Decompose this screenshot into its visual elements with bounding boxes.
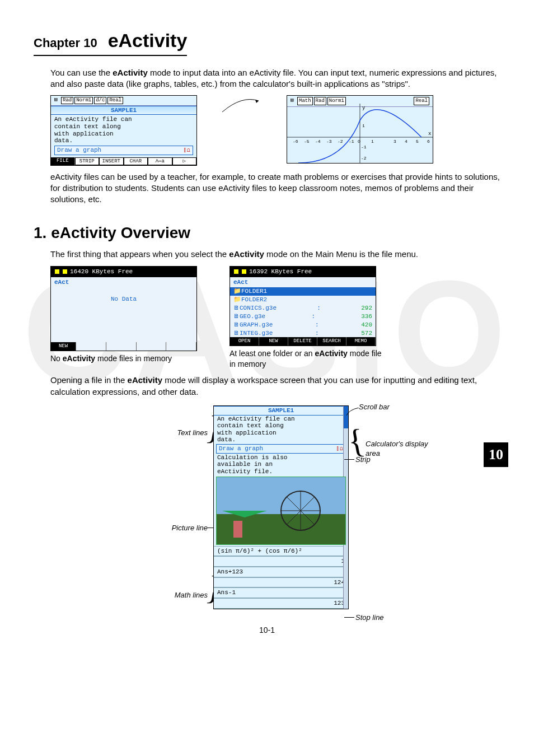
list-item: 📁FOLDER2: [230, 296, 376, 304]
math-line: 1: [214, 556, 348, 567]
paragraph-3: Opening a file in the eActivity mode wil…: [50, 375, 500, 398]
label-display-area: } Calculator's display area: [366, 439, 438, 459]
paragraph-2: eActivity files can be used by a teacher…: [50, 171, 500, 206]
strip-row: Draw a graph ⫿⩍: [216, 444, 346, 454]
list-item: 🗎CONICS.g3e:292: [230, 304, 376, 312]
label-math-lines: Math lines }: [175, 590, 208, 600]
arrow-icon: [219, 95, 264, 118]
svg-text:5: 5: [416, 139, 419, 144]
calc-title: SAMPLE1: [51, 106, 196, 115]
svg-text:6: 6: [427, 139, 430, 144]
math-line: 124: [214, 577, 348, 588]
svg-text:-2: -2: [361, 156, 367, 161]
svg-text:-6: -6: [293, 139, 298, 144]
section1-intro: The first thing that appears when you se…: [50, 249, 500, 260]
svg-text:-2: -2: [338, 139, 343, 144]
math-line: Ans+123: [214, 567, 348, 577]
file-menu-list: 16392 KBytes Free eAct 📁FOLDER1 📁FOLDER2…: [229, 266, 376, 346]
eactivity-sample-screen: ▤ Rad Norm1 d/c Real SAMPLE1 An eActivit…: [50, 95, 197, 166]
chapter-badge: 10: [484, 442, 508, 467]
svg-text:1: 1: [371, 139, 374, 144]
calc-softmenu: FILE STRIP INSERT CHAR A⇔a ▷: [51, 157, 196, 165]
list-item: 🗎GRAPH.g3e:420: [230, 321, 376, 329]
svg-marker-25: [222, 511, 267, 517]
no-data-text: No Data: [111, 296, 137, 302]
folder-icon: [54, 269, 60, 274]
file-icon: [62, 269, 68, 274]
picture-area: [216, 477, 346, 545]
svg-text:-1: -1: [349, 139, 354, 144]
label-stop-line: Stop line: [355, 613, 384, 623]
calc-strip: Draw a graph ⫿⩍: [54, 146, 193, 155]
y-axis-label: y: [362, 105, 366, 111]
calc-text: An eActivity file can contain text along…: [54, 116, 193, 144]
chapter-label: Chapter 10: [34, 36, 97, 50]
label-strip: Strip: [355, 455, 371, 465]
folder-icon: [233, 269, 239, 274]
figure-row-filemenu: 16420 KBytes Free eAct No Data NEW No eA…: [50, 266, 500, 370]
figure-row-top: ▤ Rad Norm1 d/c Real SAMPLE1 An eActivit…: [50, 95, 500, 166]
graph-icon: ⫿⩍: [184, 147, 190, 154]
intro-paragraph: You can use the eActivity mode to input …: [50, 67, 500, 90]
svg-text:-1: -1: [361, 144, 367, 150]
svg-text:-5: -5: [304, 139, 310, 144]
svg-text:1: 1: [362, 123, 365, 128]
label-text-lines: Text lines }: [177, 428, 208, 438]
list-item: 🗎INTEG.g3e:572: [230, 329, 376, 338]
calc-status-bar: ▤ Rad Norm1 d/c Real: [51, 96, 196, 105]
x-axis-label: x: [428, 131, 431, 137]
label-picture-line: Picture line: [172, 523, 208, 533]
empty-caption: No eActivity mode files in memory: [50, 353, 207, 364]
svg-text:3: 3: [394, 139, 396, 144]
label-scroll-bar: Scroll bar: [359, 402, 390, 412]
file-icon: [241, 269, 247, 274]
workspace-diagram: Text lines } Picture line Math lines } S…: [67, 405, 500, 609]
section-1-heading: 1. eActivity Overview: [34, 222, 500, 244]
chapter-heading: Chapter 10 eActivity: [34, 28, 187, 56]
math-line: (sin π/6)² + (cos π/6)²: [214, 546, 348, 557]
graph-icon: ⫿⩍: [336, 445, 343, 452]
graph-screen: ▤ Math Rad Norm1 Real y x: [287, 95, 433, 164]
svg-text:4: 4: [405, 139, 407, 144]
svg-rect-24: [233, 521, 242, 538]
math-line: 123: [214, 598, 348, 609]
chapter-title: eActivity: [108, 30, 188, 51]
file-menu-empty: 16420 KBytes Free eAct No Data NEW: [50, 266, 197, 351]
list-item: 📁FOLDER1: [230, 287, 376, 296]
workspace-screen: SAMPLE1 An eActivity file can contain te…: [213, 405, 349, 609]
svg-text:-3: -3: [326, 139, 332, 144]
page-number: 10-1: [34, 625, 500, 636]
stop-line: Ans-1: [214, 587, 348, 598]
svg-text:-4: -4: [315, 139, 321, 144]
list-item: 🗎GEO.g3e:336: [230, 312, 376, 321]
list-caption: At least one folder or an eActivity mode…: [229, 348, 386, 370]
svg-text:O: O: [358, 139, 360, 144]
